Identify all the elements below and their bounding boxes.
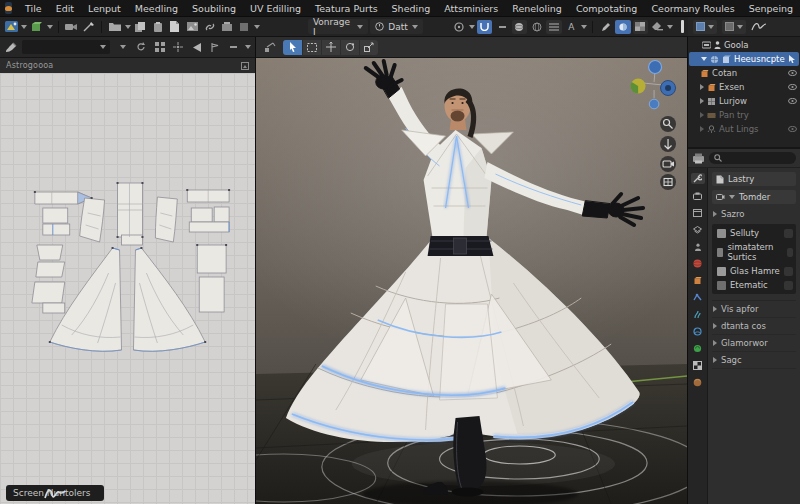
- uv-flag-icon[interactable]: [208, 40, 222, 54]
- scene-collapsed-section[interactable]: Sazro: [712, 208, 796, 220]
- camera-view-button[interactable]: [660, 156, 676, 172]
- editor-type-icon[interactable]: [4, 20, 19, 34]
- section-view-layer[interactable]: Vis apfor: [712, 301, 796, 318]
- output-path-button[interactable]: Lastry: [712, 172, 796, 186]
- render-engine-button[interactable]: Tomder: [712, 190, 796, 204]
- mesh-add-icon[interactable]: [29, 20, 44, 34]
- uv-image-selector[interactable]: [22, 40, 110, 54]
- outliner-filter-mode[interactable]: [722, 20, 746, 34]
- list-item[interactable]: Etematic: [712, 278, 796, 292]
- tab-material-icon[interactable]: [691, 377, 705, 388]
- snap-minus-icon[interactable]: [494, 20, 509, 34]
- eye-icon[interactable]: [788, 70, 797, 76]
- eraser-dropdown-icon[interactable]: [667, 25, 673, 29]
- uv-rotate-icon[interactable]: [134, 40, 148, 54]
- item-button[interactable]: [784, 267, 793, 276]
- sphere-widget-icon[interactable]: [512, 20, 527, 34]
- clipboard-icon[interactable]: [150, 20, 165, 34]
- menu-uv-editing[interactable]: UV Edilling: [243, 2, 308, 15]
- item-button[interactable]: [784, 229, 793, 238]
- tab-world-icon[interactable]: [691, 258, 705, 269]
- outliner-item-0[interactable]: Heeusncpte: [689, 52, 799, 66]
- outliner-item-3[interactable]: Lurjow: [688, 94, 800, 108]
- eye-icon[interactable]: [788, 126, 797, 132]
- uv-canvas[interactable]: Screen Nuntolers: [0, 73, 255, 504]
- list-item[interactable]: Selluty: [712, 226, 796, 240]
- mode-tweak-button[interactable]: [283, 40, 302, 55]
- mode-rotate-button[interactable]: [340, 40, 359, 55]
- mode-scale-button[interactable]: [359, 40, 378, 55]
- eye-icon[interactable]: [788, 98, 797, 104]
- menu-input[interactable]: Lenput: [81, 2, 128, 15]
- eraser-icon[interactable]: [650, 20, 665, 34]
- annotate-line-icon[interactable]: [81, 20, 96, 34]
- menu-scripting[interactable]: Senpeing: [742, 2, 800, 15]
- tab-object-icon[interactable]: [691, 275, 705, 286]
- properties-editor-icon[interactable]: [692, 153, 705, 164]
- mode-select-box-button[interactable]: [302, 40, 321, 55]
- menu-animation[interactable]: Attsminiers: [437, 2, 505, 15]
- paint-brush-icon[interactable]: [4, 40, 18, 54]
- menu-modeling[interactable]: Meedling: [128, 2, 185, 15]
- uv-pivot-icon[interactable]: [171, 40, 185, 54]
- menu-texture-paint[interactable]: Teatura Purts: [308, 2, 385, 15]
- display-mode-icon[interactable]: [237, 20, 252, 34]
- menu-geometry-nodes[interactable]: Ceormany Roules: [644, 2, 741, 15]
- library-icon[interactable]: [219, 20, 234, 34]
- section-color-management[interactable]: Glamorwor: [712, 335, 796, 352]
- view-dropdown[interactable]: Vonrage I: [308, 19, 368, 34]
- filter-squiggle-icon[interactable]: [751, 21, 767, 32]
- tab-modifiers-icon[interactable]: [691, 292, 705, 303]
- gizmo-z-axis-ball[interactable]: [649, 61, 662, 74]
- outliner-item-4[interactable]: Pan try: [688, 108, 800, 122]
- menu-lines-icon[interactable]: [546, 20, 561, 34]
- gizmo-minus-axis-ball[interactable]: [649, 99, 659, 109]
- texture-icon[interactable]: [633, 20, 648, 34]
- camera-tool-icon[interactable]: [64, 20, 79, 34]
- zoom-button[interactable]: [660, 116, 676, 132]
- uv-play-back-icon[interactable]: [190, 40, 204, 54]
- pen-icon[interactable]: [598, 20, 613, 34]
- tab-output-icon[interactable]: [691, 207, 705, 218]
- folder-icon[interactable]: [107, 20, 122, 34]
- menu-shading[interactable]: Sheding: [385, 2, 438, 15]
- new-file-icon[interactable]: [167, 20, 182, 34]
- uv-overflow-dropdown-icon[interactable]: [245, 45, 251, 49]
- list-item[interactable]: Glas Hamre: [712, 264, 796, 278]
- outliner-item-5[interactable]: Aut Lings: [688, 122, 800, 136]
- tab-scene-icon[interactable]: [691, 241, 705, 252]
- display-mode-dropdown-icon[interactable]: [254, 25, 260, 29]
- tab-physics-icon[interactable]: [691, 326, 705, 337]
- copy-icon[interactable]: [133, 20, 148, 34]
- tab-data-icon[interactable]: [691, 360, 705, 371]
- viewport-editor-icon[interactable]: [262, 40, 278, 54]
- menu-compositing[interactable]: Compotating: [569, 2, 645, 15]
- text-tool-dropdown-icon[interactable]: [581, 25, 587, 29]
- proportional-dropdown-icon[interactable]: [469, 25, 475, 29]
- uv-grid-icon[interactable]: [153, 40, 167, 54]
- viewport-canvas[interactable]: [256, 58, 687, 504]
- folder-dropdown-icon[interactable]: [125, 25, 131, 29]
- outliner-item-1[interactable]: Cotan: [688, 66, 800, 80]
- outliner-item-2[interactable]: Exsen: [688, 80, 800, 94]
- globe-icon[interactable]: [529, 20, 544, 34]
- outliner-display-mode[interactable]: [693, 20, 717, 34]
- outliner-scene-collection[interactable]: Goola: [688, 39, 800, 52]
- uv-minus-icon[interactable]: [227, 40, 241, 54]
- proportional-edit-icon[interactable]: [452, 20, 467, 34]
- uv-snapshot-icon[interactable]: [241, 62, 249, 70]
- menu-file[interactable]: Tile: [18, 2, 49, 15]
- editor-type-dropdown-icon[interactable]: [21, 25, 27, 29]
- material-preview-icon[interactable]: [615, 20, 630, 34]
- menu-edit[interactable]: Edit: [49, 2, 81, 15]
- image-icon[interactable]: [185, 20, 200, 34]
- properties-search-input[interactable]: [709, 152, 796, 164]
- tab-render-icon[interactable]: [691, 190, 705, 201]
- select-arrow-icon[interactable]: [788, 55, 796, 63]
- tab-view-layer-icon[interactable]: [691, 224, 705, 235]
- mode-move-button[interactable]: [321, 40, 340, 55]
- pan-button[interactable]: [660, 136, 676, 152]
- data-dropdown[interactable]: Datt: [370, 19, 423, 34]
- tab-particles-icon[interactable]: [691, 309, 705, 320]
- tab-constraints-icon[interactable]: [691, 343, 705, 354]
